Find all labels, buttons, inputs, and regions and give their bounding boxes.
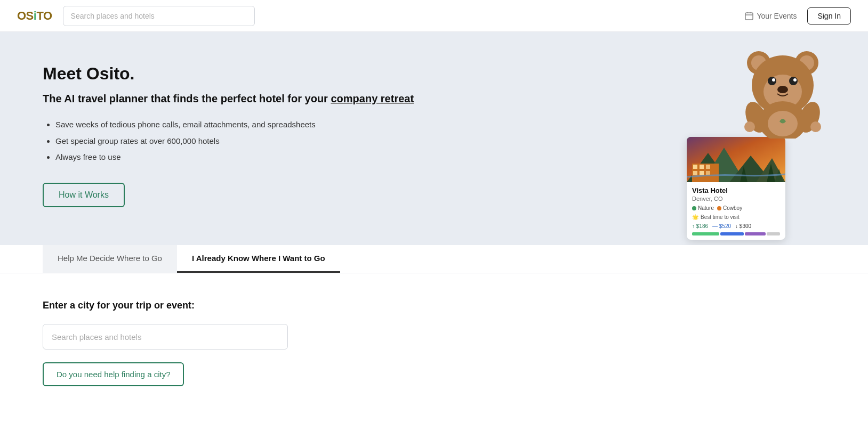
tabs-container: Help Me Decide Where to Go I Already Kno… <box>0 245 868 273</box>
svg-point-12 <box>772 78 775 82</box>
header-right: Your Events Sign In <box>745 7 851 25</box>
hotel-card: Vista Hotel Denver, CO Nature Cowboy <box>687 137 785 240</box>
hero-content: Meet Osito. The AI travel planner that f… <box>43 64 427 234</box>
main-content: Enter a city for your trip or event: Do … <box>0 273 868 413</box>
tab-help-decide[interactable]: Help Me Decide Where to Go <box>43 245 177 273</box>
hero-bullet-2: Get special group rates at over 600,000 … <box>55 135 427 148</box>
your-events-link[interactable]: Your Events <box>745 12 797 20</box>
your-events-label: Your Events <box>757 12 797 20</box>
hero-title: Meet Osito. <box>43 64 427 84</box>
header-search-input[interactable] <box>63 6 255 26</box>
price-bar-purple <box>745 232 765 235</box>
sign-in-button[interactable]: Sign In <box>807 7 851 25</box>
price-bar-gray <box>767 232 780 235</box>
hotel-tag-nature: Nature <box>692 205 714 211</box>
svg-rect-0 <box>745 13 753 20</box>
hotel-price-1: ↑ $186 <box>692 223 708 229</box>
hero-subtitle-underlined: company retreat <box>331 93 414 104</box>
hotel-card-image <box>687 137 785 182</box>
hotel-location: Denver, CO <box>692 196 780 202</box>
hero-bullet-1: Save weeks of tedious phone calls, email… <box>55 119 427 131</box>
price-bar-green <box>692 232 719 235</box>
svg-rect-31 <box>700 171 704 175</box>
nature-dot <box>692 206 696 210</box>
svg-rect-29 <box>706 165 710 169</box>
bear-container: Vista Hotel Denver, CO Nature Cowboy <box>719 43 825 245</box>
how-it-works-button[interactable]: How it Works <box>43 183 125 207</box>
hotel-price-3: ↓ $300 <box>735 223 751 229</box>
hero-bullet-3: Always free to use <box>55 151 427 164</box>
tab-already-know[interactable]: I Already Know Where I Want to Go <box>177 245 340 273</box>
hotel-price-2: — $520 <box>712 223 731 229</box>
svg-point-20 <box>768 111 798 136</box>
header: OSiTO Your Events Sign In <box>0 0 868 32</box>
hotel-tags: Nature Cowboy <box>692 205 780 211</box>
hotel-price-bars <box>692 232 780 235</box>
svg-point-18 <box>744 121 755 132</box>
calendar-icon <box>745 12 753 20</box>
svg-point-14 <box>777 86 788 93</box>
hotel-card-body: Vista Hotel Denver, CO Nature Cowboy <box>687 182 785 240</box>
help-finding-city-button[interactable]: Do you need help finding a city? <box>43 362 184 386</box>
svg-point-19 <box>810 121 821 132</box>
svg-point-11 <box>789 77 798 85</box>
svg-point-13 <box>793 78 797 82</box>
section-label: Enter a city for your trip or event: <box>43 300 825 311</box>
hero-subtitle: The AI travel planner that finds the per… <box>43 91 427 106</box>
hero-illustration: Vista Hotel Denver, CO Nature Cowboy <box>719 43 825 245</box>
svg-point-10 <box>768 77 776 85</box>
cowboy-dot <box>717 206 721 210</box>
hotel-prices: ↑ $186 — $520 ↓ $300 <box>692 223 780 229</box>
hotel-best-time: 🌟 Best time to visit <box>692 214 780 220</box>
price-bar-blue <box>720 232 744 235</box>
best-time-icon: 🌟 <box>692 214 698 220</box>
svg-rect-28 <box>700 165 704 169</box>
hotel-landscape-illustration <box>687 137 785 182</box>
hero-bullets: Save weeks of tedious phone calls, email… <box>43 119 427 164</box>
svg-rect-27 <box>693 165 697 169</box>
hotel-name: Vista Hotel <box>692 186 780 194</box>
tabs-section: Help Me Decide Where to Go I Already Kno… <box>0 245 868 273</box>
hotel-tag-cowboy: Cowboy <box>717 205 742 211</box>
city-search-input[interactable] <box>43 324 288 350</box>
hero-section: Meet Osito. The AI travel planner that f… <box>0 32 868 245</box>
logo[interactable]: OSiTO <box>17 9 52 23</box>
bear-icon <box>740 43 825 139</box>
svg-rect-30 <box>693 171 697 175</box>
